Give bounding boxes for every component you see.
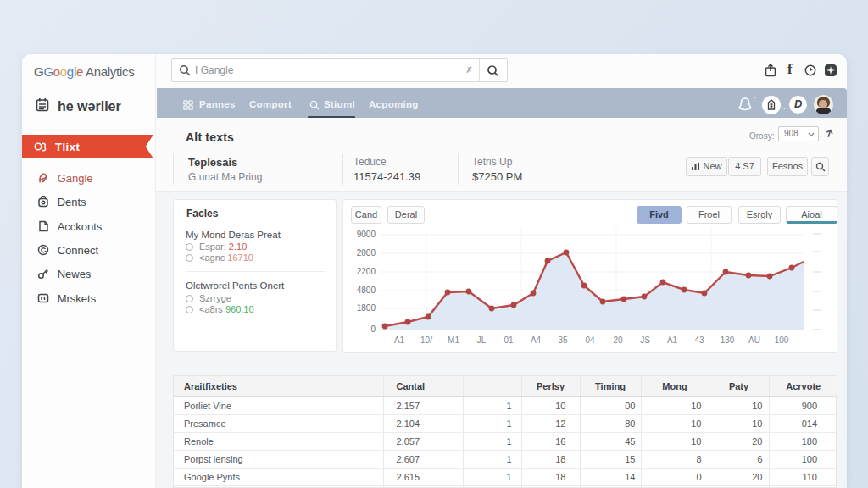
svg-text:A1: A1 [394,336,405,345]
svg-text:9000: 9000 [357,230,376,239]
svg-text:130: 130 [721,336,735,345]
svg-text:M1: M1 [448,336,459,345]
svg-text:20: 20 [613,336,623,345]
svg-text:1800: 1800 [357,303,376,313]
svg-text:04: 04 [585,336,595,345]
svg-text:JL: JL [477,336,487,345]
svg-text:A4: A4 [531,336,542,345]
svg-text:35: 35 [558,336,568,345]
svg-text:2000: 2000 [357,248,376,258]
svg-text:0: 0 [370,324,376,334]
svg-text:10/: 10/ [420,336,432,345]
svg-text:4800: 4800 [357,286,376,295]
svg-text:100: 100 [775,336,789,345]
svg-text:43: 43 [694,336,704,345]
svg-text:01: 01 [504,336,514,345]
svg-text:A1: A1 [667,336,678,345]
svg-text:2200: 2200 [357,267,376,276]
svg-text:AU: AU [748,336,760,345]
svg-text:JS: JS [640,336,650,345]
